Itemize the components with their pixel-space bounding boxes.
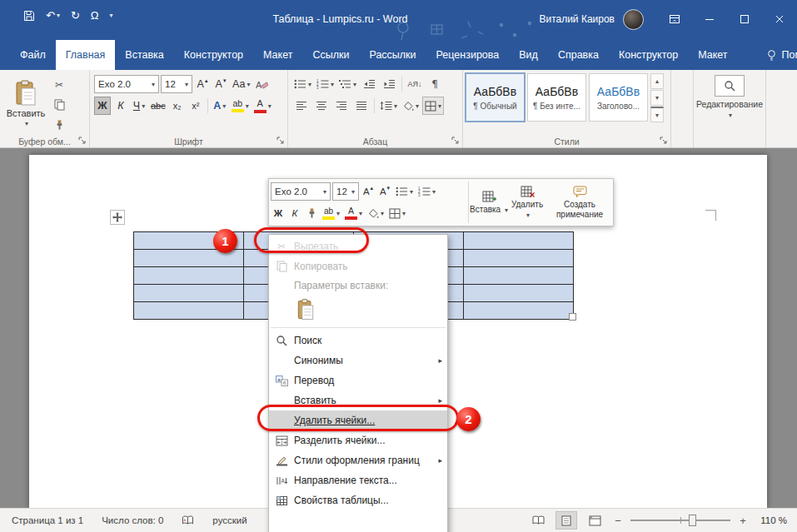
avatar[interactable]	[623, 9, 644, 30]
align-right-button[interactable]	[332, 97, 351, 115]
mini-grow-font-button[interactable]: А▴	[361, 182, 376, 201]
mini-numbering-button[interactable]: 123▾	[416, 182, 437, 201]
mini-bold-button[interactable]: Ж	[271, 204, 286, 222]
styles-dialog-launcher[interactable]	[658, 135, 669, 146]
tab-home[interactable]: Главная	[56, 40, 116, 70]
paste-option-button[interactable]	[294, 297, 317, 322]
tab-view[interactable]: Вид	[509, 40, 548, 70]
qat-customize-button[interactable]: ▾	[110, 12, 113, 19]
tab-tell-me[interactable]: Помощь	[758, 40, 797, 70]
styles-scroll-down-button[interactable]: ▾	[650, 90, 664, 106]
undo-button[interactable]: ↶▾	[46, 9, 60, 22]
show-marks-button[interactable]: ¶	[426, 75, 444, 93]
style-heading-1[interactable]: АаБбВв Заголово...	[589, 73, 648, 122]
tab-table-design[interactable]: Конструктор	[609, 40, 688, 70]
zoom-slider[interactable]	[630, 520, 730, 521]
strikethrough-button[interactable]: abc	[149, 97, 167, 115]
paste-button[interactable]: Вставить ▾	[2, 73, 49, 133]
shrink-font-button[interactable]: А▾	[212, 75, 229, 93]
table-cell[interactable]	[464, 302, 574, 320]
paragraph-dialog-launcher[interactable]	[450, 135, 461, 146]
mini-delete-button[interactable]: Удалить ▾	[508, 179, 546, 226]
table-resize-handle[interactable]	[569, 313, 576, 321]
tab-table-layout[interactable]: Макет	[688, 40, 737, 70]
page-indicator[interactable]: Страница 1 из 1	[12, 515, 83, 525]
proofing-status[interactable]	[182, 515, 194, 525]
print-layout-button[interactable]	[555, 511, 577, 530]
menu-item-search[interactable]: Поиск	[269, 331, 447, 351]
style-normal[interactable]: АаБбВв ¶ Обычный	[466, 73, 525, 122]
menu-item-border-styles[interactable]: Стили оформления границ ▸	[269, 450, 447, 470]
close-button[interactable]	[762, 0, 797, 38]
clipboard-dialog-launcher[interactable]	[77, 135, 87, 146]
redo-button[interactable]: ↻	[71, 9, 80, 22]
menu-item-table-properties[interactable]: Свойства таблицы...	[269, 490, 447, 510]
table-cell[interactable]	[464, 285, 574, 302]
superscript-button[interactable]: х²	[187, 97, 204, 115]
borders-button[interactable]: ▾	[422, 97, 444, 115]
format-painter-button[interactable]	[49, 117, 69, 133]
user-name[interactable]: Виталий Каиров	[539, 13, 615, 25]
sort-button[interactable]: АЯ↓	[406, 75, 424, 93]
multilevel-list-button[interactable]: ▾	[337, 75, 358, 93]
table-cell[interactable]	[134, 302, 244, 320]
increase-indent-button[interactable]	[380, 75, 398, 93]
underline-button[interactable]: Ч▾	[131, 97, 147, 115]
styles-scroll-up-button[interactable]: ▴	[650, 73, 664, 89]
mini-insert-button[interactable]: Вставка ▾	[470, 179, 508, 226]
table-cell[interactable]	[464, 267, 574, 285]
style-no-spacing[interactable]: АаБбВв ¶ Без инте...	[527, 73, 586, 122]
cut-button[interactable]: ✂	[49, 77, 69, 92]
mini-new-comment-button[interactable]: Создать примечание	[546, 179, 613, 226]
highlight-button[interactable]: ab▾	[230, 97, 251, 115]
tab-help[interactable]: Справка	[548, 40, 609, 70]
clear-formatting-button[interactable]: А	[253, 75, 270, 93]
font-size-select[interactable]: 12▾	[161, 75, 192, 93]
mini-font-color-button[interactable]: А▾	[343, 204, 364, 222]
menu-item-synonyms[interactable]: Синонимы ▸	[269, 351, 447, 370]
styles-more-button[interactable]: ▾	[650, 107, 664, 122]
italic-button[interactable]: К	[112, 97, 129, 115]
mini-format-painter-button[interactable]	[304, 204, 319, 222]
copy-button[interactable]	[49, 97, 69, 112]
mini-italic-button[interactable]: К	[287, 204, 302, 222]
shading-button[interactable]: ▾	[401, 97, 421, 115]
tab-references[interactable]: Ссылки	[302, 40, 359, 70]
web-layout-button[interactable]	[584, 511, 605, 530]
menu-item-translate[interactable]: аб Перевод	[269, 370, 447, 390]
table-move-handle[interactable]	[110, 210, 125, 225]
menu-item-paste-keep-source[interactable]	[269, 295, 447, 325]
table-cell[interactable]	[134, 267, 244, 285]
editing-menu-button[interactable]: Редактирование ▾	[696, 73, 763, 119]
decrease-indent-button[interactable]	[360, 75, 378, 93]
table-cell[interactable]	[134, 285, 244, 302]
zoom-in-button[interactable]: +	[737, 515, 749, 527]
mini-font-size-select[interactable]: 12▾	[332, 182, 359, 201]
tab-review[interactable]: Рецензирова	[426, 40, 510, 70]
align-center-button[interactable]	[312, 97, 331, 115]
bullets-button[interactable]: ▾	[292, 75, 313, 93]
maximize-button[interactable]	[727, 0, 762, 38]
mini-shading-button[interactable]: ▾	[366, 204, 386, 222]
table-cell[interactable]	[464, 232, 574, 250]
ribbon-display-options-button[interactable]	[657, 0, 692, 38]
zoom-slider-thumb[interactable]	[689, 515, 696, 526]
mini-borders-button[interactable]: ▾	[387, 204, 407, 222]
menu-item-copy[interactable]: Копировать	[269, 256, 447, 276]
omega-symbol-button[interactable]: Ω	[91, 9, 99, 22]
tab-design[interactable]: Конструктор	[174, 40, 253, 70]
numbering-button[interactable]: 123▾	[315, 75, 336, 93]
change-case-button[interactable]: Аа▾	[231, 75, 252, 93]
line-spacing-button[interactable]: ▾	[378, 97, 399, 115]
font-name-select[interactable]: Exo 2.0▾	[94, 75, 159, 93]
font-dialog-launcher[interactable]	[275, 135, 286, 146]
mini-font-name-select[interactable]: Exo 2.0▾	[271, 182, 331, 201]
zoom-out-button[interactable]: −	[612, 515, 624, 527]
table-cell[interactable]	[464, 250, 574, 267]
justify-button[interactable]	[352, 97, 371, 115]
bold-button[interactable]: Ж	[94, 97, 111, 115]
tab-insert[interactable]: Вставка	[115, 40, 173, 70]
mini-bullets-button[interactable]: ▾	[394, 182, 415, 201]
tab-layout[interactable]: Макет	[253, 40, 302, 70]
save-button[interactable]	[23, 10, 35, 22]
